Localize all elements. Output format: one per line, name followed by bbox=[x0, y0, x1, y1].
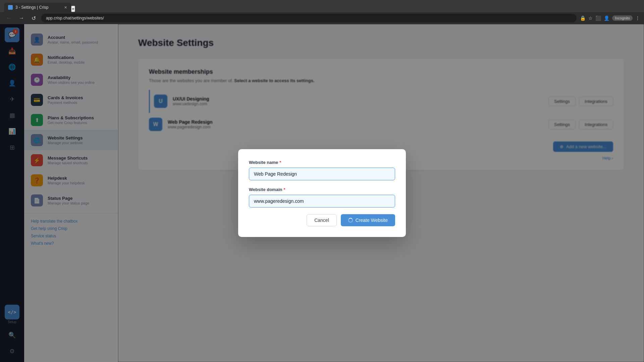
tab-close-icon[interactable]: ✕ bbox=[64, 5, 67, 10]
lock-icon: 🔒 bbox=[580, 15, 586, 21]
browser-tabs: 3 - Settings | Crisp ✕ + bbox=[0, 0, 644, 12]
app-container: 💬 3 📥 🌐 👤 ✈ ▦ 📊 ⊞ </> Setup 🔍 bbox=[0, 24, 644, 362]
website-name-input[interactable] bbox=[249, 168, 395, 180]
tab-title: 3 - Settings | Crisp bbox=[15, 5, 61, 10]
loading-spinner bbox=[348, 218, 353, 223]
nav-back-button[interactable]: ← bbox=[4, 14, 13, 22]
create-website-button[interactable]: Create Website bbox=[341, 214, 395, 226]
address-bar[interactable] bbox=[41, 14, 577, 22]
menu-icon[interactable]: ⋮ bbox=[635, 15, 640, 21]
cancel-button[interactable]: Cancel bbox=[307, 214, 337, 226]
website-name-field: Website name * bbox=[249, 160, 395, 180]
website-domain-input[interactable] bbox=[249, 195, 395, 207]
required-star-name: * bbox=[279, 160, 281, 165]
nav-forward-button[interactable]: → bbox=[17, 14, 26, 22]
browser-chrome: 3 - Settings | Crisp ✕ + ← → ↺ 🔒 ☆ ⬛ 👤 I… bbox=[0, 0, 644, 24]
website-domain-label: Website domain * bbox=[249, 187, 395, 192]
new-tab-button[interactable]: + bbox=[71, 6, 75, 12]
tab-favicon bbox=[8, 5, 13, 10]
star-icon[interactable]: ☆ bbox=[588, 15, 593, 21]
required-star-domain: * bbox=[283, 187, 285, 192]
nav-icons: 🔒 ☆ ⬛ 👤 Incognito ⋮ bbox=[580, 15, 640, 21]
create-website-modal: Website name * Website domain * Cancel C… bbox=[238, 149, 406, 237]
profile-icon[interactable]: 👤 bbox=[604, 15, 609, 21]
modal-actions: Cancel Create Website bbox=[249, 214, 395, 226]
nav-refresh-button[interactable]: ↺ bbox=[30, 14, 38, 22]
incognito-badge: Incognito bbox=[612, 15, 633, 21]
browser-nav: ← → ↺ 🔒 ☆ ⬛ 👤 Incognito ⋮ bbox=[0, 12, 644, 24]
active-tab[interactable]: 3 - Settings | Crisp ✕ bbox=[4, 3, 71, 12]
extensions-icon[interactable]: ⬛ bbox=[595, 15, 601, 21]
modal-overlay: Website name * Website domain * Cancel C… bbox=[0, 24, 644, 362]
website-name-label: Website name * bbox=[249, 160, 395, 165]
website-domain-field: Website domain * bbox=[249, 187, 395, 207]
